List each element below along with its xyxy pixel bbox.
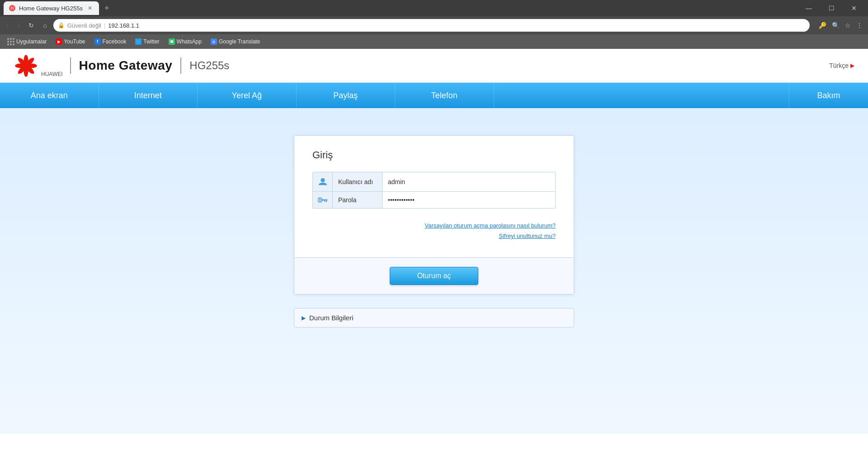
nav-label-ana-ekran: Ana ekran [31, 91, 68, 100]
login-card: Giriş Kullanıcı adı [294, 135, 574, 294]
close-button[interactable]: ✕ [844, 0, 864, 16]
new-tab-button[interactable]: + [101, 4, 113, 13]
site-title: Home Gateway [79, 58, 173, 73]
password-icon-cell [313, 192, 333, 208]
bookmark-whatsapp-label: WhatsApp [177, 38, 202, 45]
bookmark-apps[interactable]: Uygulamalar [4, 36, 50, 47]
security-label: Güvenli değil [67, 22, 101, 29]
password-input[interactable] [382, 192, 555, 208]
forgot-password-link[interactable]: Şifreyi unuttunuz mu? [499, 232, 556, 239]
bookmark-star-icon[interactable]: ☆ [843, 20, 853, 31]
language-selector[interactable]: Türkçe ▶ [829, 62, 854, 69]
bookmark-twitter-label: Twitter [143, 38, 159, 45]
bookmark-google-translate-label: Google Translate [219, 38, 260, 45]
twitter-favicon: 🐦 [135, 38, 142, 45]
forgot-default-password-link[interactable]: Varsayılan oturum açma parolasını nasıl … [425, 222, 556, 229]
nav-item-paylas[interactable]: Paylaş [297, 83, 396, 108]
nav-label-telefon: Telefon [431, 91, 458, 100]
nav-item-ana-ekran[interactable]: Ana ekran [0, 83, 99, 108]
refresh-button[interactable]: ↻ [26, 20, 37, 31]
bookmark-youtube[interactable]: ▶ YouTube [52, 37, 89, 47]
zoom-icon[interactable]: 🔍 [830, 20, 841, 31]
nav-label-paylas: Paylaş [333, 91, 358, 100]
address-separator: | [104, 22, 105, 29]
username-input[interactable] [382, 172, 555, 191]
svg-rect-11 [321, 199, 327, 201]
browser-addressbar: ‹ › ↻ ⌂ 🔒 Güvenli değil | 192.168.1.1 🔑 … [0, 16, 868, 34]
address-url: 192.168.1.1 [108, 22, 139, 29]
password-row: Parola [313, 192, 555, 208]
menu-icon[interactable]: ⋮ [854, 20, 864, 31]
home-button[interactable]: ⌂ [40, 20, 49, 31]
tab-title: Home Gateway HG255s [19, 5, 83, 12]
bookmark-facebook-label: Facebook [103, 38, 127, 45]
forward-button[interactable]: › [15, 20, 23, 31]
bookmark-twitter[interactable]: 🐦 Twitter [132, 37, 163, 47]
password-label: Parola [333, 192, 382, 208]
login-title: Giriş [312, 149, 556, 161]
language-arrow-icon: ▶ [850, 62, 854, 69]
form-links: Varsayılan oturum açma parolasını nasıl … [312, 222, 556, 239]
browser-bookmarks: Uygulamalar ▶ YouTube f Facebook 🐦 Twitt… [0, 34, 868, 49]
svg-rect-12 [326, 200, 326, 202]
password-input-cell[interactable] [382, 192, 555, 208]
minimize-button[interactable]: — [798, 0, 819, 16]
maximize-button[interactable]: ☐ [821, 0, 842, 16]
nav-label-bakim: Bakım [817, 91, 840, 100]
window-controls: — ☐ ✕ [798, 0, 864, 16]
address-bar[interactable]: 🔒 Güvenli değil | 192.168.1.1 [53, 19, 810, 32]
youtube-favicon: ▶ [56, 38, 62, 45]
tab-close-button[interactable]: ✕ [86, 5, 94, 12]
nav-item-internet[interactable]: Internet [99, 83, 198, 108]
nav-label-internet: Internet [134, 91, 162, 100]
facebook-favicon: f [94, 38, 101, 45]
google-translate-favicon: G [211, 38, 217, 45]
header-divider [70, 57, 71, 74]
bookmark-apps-label: Uygulamalar [16, 38, 47, 45]
bookmark-facebook[interactable]: f Facebook [91, 37, 130, 47]
huawei-logo: HUAWEI [14, 53, 63, 78]
security-icon: 🔒 [58, 22, 65, 28]
main-area: Giriş Kullanıcı adı [0, 108, 868, 434]
username-icon-cell [313, 172, 333, 191]
login-button[interactable]: Oturum aç [390, 267, 479, 285]
login-card-footer: Oturum aç [294, 257, 574, 294]
key-icon [318, 197, 328, 203]
address-right-icons: 🔑 🔍 ☆ ⋮ [817, 20, 864, 31]
browser-titlebar: H Home Gateway HG255s ✕ + — ☐ ✕ [0, 0, 868, 16]
key-icon[interactable]: 🔑 [817, 20, 828, 31]
header-divider2 [180, 57, 181, 74]
browser-tab[interactable]: H Home Gateway HG255s ✕ [4, 1, 99, 15]
brand-label: HUAWEI [41, 71, 63, 77]
nav-item-bakim[interactable]: Bakım [789, 83, 868, 108]
bookmark-google-translate[interactable]: G Google Translate [207, 37, 264, 47]
site-subtitle: HG255s [189, 59, 229, 72]
site-header: HUAWEI Home Gateway HG255s Türkçe ▶ [0, 49, 868, 83]
status-section: ▶ Durum Bilgileri [294, 308, 574, 327]
nav-item-yerel-ag[interactable]: Yerel Ağ [198, 83, 297, 108]
bookmark-whatsapp[interactable]: 💬 WhatsApp [165, 37, 205, 47]
bookmark-youtube-label: YouTube [64, 38, 85, 45]
svg-rect-13 [324, 200, 325, 202]
site-navigation: Ana ekran Internet Yerel Ağ Paylaş Telef… [0, 83, 868, 108]
language-label: Türkçe [829, 62, 849, 69]
status-title: Durum Bilgileri [309, 314, 354, 322]
status-header[interactable]: ▶ Durum Bilgileri [294, 308, 574, 327]
status-arrow-icon: ▶ [302, 315, 306, 321]
back-button[interactable]: ‹ [4, 20, 11, 31]
whatsapp-favicon: 💬 [169, 38, 175, 45]
login-form: Kullanıcı adı [312, 172, 556, 209]
page-content: HUAWEI Home Gateway HG255s Türkçe ▶ Ana … [0, 49, 868, 438]
login-card-body: Giriş Kullanıcı adı [294, 136, 574, 257]
user-icon [318, 177, 328, 187]
nav-item-telefon[interactable]: Telefon [395, 83, 494, 108]
nav-spacer [494, 83, 790, 108]
username-row: Kullanıcı adı [313, 172, 555, 192]
svg-point-10 [319, 199, 321, 201]
tab-favicon: H [9, 5, 15, 11]
svg-point-8 [321, 178, 325, 182]
apps-grid-icon [7, 38, 14, 45]
username-input-cell[interactable] [382, 172, 555, 191]
nav-label-yerel-ag: Yerel Ağ [232, 91, 262, 100]
username-label: Kullanıcı adı [333, 172, 382, 191]
